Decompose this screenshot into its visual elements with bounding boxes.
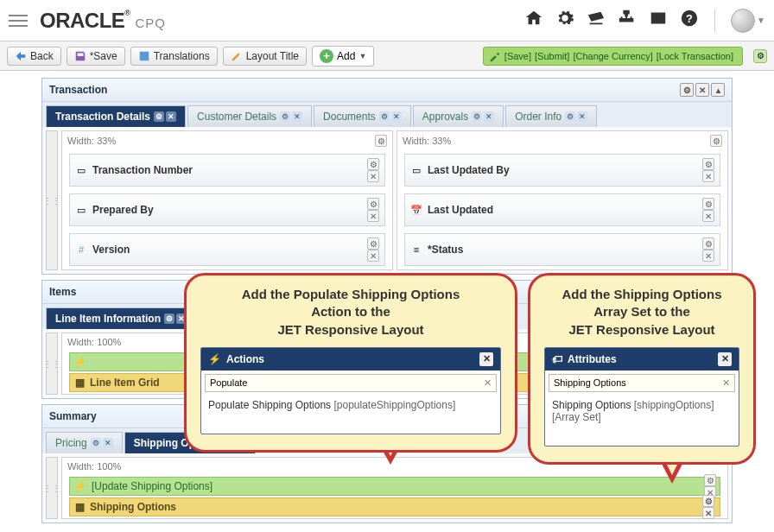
actions-popup: ⚡Actions✕ Populate✕ Populate Shipping Op… bbox=[200, 347, 501, 434]
logo: ORACLE®CPQ bbox=[40, 9, 166, 33]
callout-text: Add the Populate Shipping Options Action… bbox=[200, 286, 501, 339]
update-shipping-action[interactable]: ⚡[Update Shipping Options]⚙✕ bbox=[69, 477, 720, 496]
close-icon[interactable]: ✕ bbox=[479, 352, 493, 366]
callout-attributes: Add the Shipping Options Array Set to th… bbox=[528, 273, 756, 465]
tab-line-item-info[interactable]: Line Item Information⚙✕ bbox=[46, 307, 196, 329]
menu-icon[interactable] bbox=[9, 11, 28, 30]
field-last-updated-by[interactable]: ▭Last Updated By⚙✕ bbox=[404, 154, 720, 187]
popup-title: Attributes bbox=[568, 353, 617, 365]
chain-settings-icon[interactable]: ⚙ bbox=[753, 49, 767, 63]
callout-text: Add the Shipping Options Array Set to th… bbox=[544, 286, 739, 339]
tab-documents[interactable]: Documents⚙✕ bbox=[314, 105, 411, 127]
transaction-header: Transaction ⚙✕▴ bbox=[42, 79, 732, 102]
panel-title: Summary bbox=[49, 410, 97, 422]
attribute-result[interactable]: Shipping Options [shippingOptions][Array… bbox=[545, 396, 739, 427]
home-icon[interactable] bbox=[524, 9, 543, 33]
field-status[interactable]: ≡*Status⚙✕ bbox=[404, 233, 720, 266]
field-transaction-number[interactable]: ▭Transaction Number⚙✕ bbox=[69, 154, 385, 187]
tab-transaction-details[interactable]: Transaction Details⚙✕ bbox=[46, 105, 186, 127]
save-button[interactable]: *Save bbox=[67, 47, 125, 66]
money-icon[interactable] bbox=[587, 9, 606, 33]
drag-handle-icon[interactable]: ⋮⋮ bbox=[46, 332, 58, 395]
action-chain-bar[interactable]: [Save] [Submit] [Change Currency] [Lock … bbox=[483, 47, 743, 66]
attributes-popup: 🏷Attributes✕ Shipping Options✕ Shipping … bbox=[544, 347, 739, 446]
hierarchy-icon[interactable] bbox=[618, 9, 637, 33]
clear-icon[interactable]: ✕ bbox=[722, 377, 730, 389]
panel-title: Items bbox=[49, 286, 76, 298]
translations-button[interactable]: Translations bbox=[130, 47, 218, 66]
separator bbox=[714, 10, 715, 32]
column-right: Width: 33%⚙ ▭Last Updated By⚙✕ 📅Last Upd… bbox=[397, 130, 728, 270]
header-icons: ? ▼ bbox=[524, 9, 765, 33]
tab-customer-details[interactable]: Customer Details⚙✕ bbox=[187, 105, 312, 127]
action-result[interactable]: Populate Shipping Options [populateShipp… bbox=[201, 396, 500, 415]
card-icon[interactable] bbox=[649, 9, 668, 33]
transaction-tabs: Transaction Details⚙✕ Customer Details⚙✕… bbox=[42, 102, 732, 127]
actions-search[interactable]: Populate✕ bbox=[205, 374, 497, 392]
field-prepared-by[interactable]: ▭Prepared By⚙✕ bbox=[69, 193, 385, 226]
transaction-panel: Transaction ⚙✕▴ Transaction Details⚙✕ Cu… bbox=[41, 78, 733, 275]
attributes-search[interactable]: Shipping Options✕ bbox=[549, 374, 735, 392]
drag-handle-icon[interactable]: ⋮⋮ bbox=[46, 457, 58, 519]
transaction-columns: ⋮⋮ Width: 33%⚙ ▭Transaction Number⚙✕ ▭Pr… bbox=[42, 127, 732, 274]
tab-pricing[interactable]: Pricing⚙✕ bbox=[46, 432, 123, 453]
width-label: Width: 100% bbox=[67, 461, 121, 472]
column-left: Width: 33%⚙ ▭Transaction Number⚙✕ ▭Prepa… bbox=[61, 130, 393, 270]
tag-icon: 🏷 bbox=[552, 353, 562, 365]
gear-icon[interactable]: ⚙ bbox=[710, 135, 722, 147]
avatar-icon bbox=[731, 9, 755, 33]
back-button[interactable]: Back bbox=[7, 47, 61, 66]
panel-title: Transaction bbox=[49, 84, 107, 96]
add-button[interactable]: +Add▼ bbox=[312, 46, 374, 66]
caret-down-icon: ▼ bbox=[358, 52, 366, 60]
svg-text:?: ? bbox=[686, 11, 693, 24]
tab-order-info[interactable]: Order Info⚙✕ bbox=[505, 105, 597, 127]
tab-approvals[interactable]: Approvals⚙✕ bbox=[413, 105, 504, 127]
gear-icon[interactable] bbox=[555, 9, 574, 33]
svg-rect-2 bbox=[139, 51, 149, 60]
layout-toolbar: Back *Save Translations Layout Title +Ad… bbox=[0, 41, 774, 71]
plus-icon: + bbox=[320, 49, 333, 63]
lightning-icon: ⚡ bbox=[208, 353, 221, 365]
drag-handle-icon[interactable]: ⋮⋮ bbox=[46, 130, 58, 270]
gear-icon[interactable]: ⚙ bbox=[680, 83, 694, 97]
shipping-options-attr[interactable]: ▦Shipping Options⚙✕ bbox=[69, 497, 720, 516]
help-icon[interactable]: ? bbox=[680, 9, 699, 33]
popup-title: Actions bbox=[226, 353, 264, 365]
close-icon[interactable]: ✕ bbox=[718, 352, 732, 366]
close-icon[interactable]: ✕ bbox=[695, 83, 709, 97]
field-last-updated[interactable]: 📅Last Updated⚙✕ bbox=[404, 193, 720, 226]
field-version[interactable]: #Version⚙✕ bbox=[69, 233, 385, 266]
callout-actions: Add the Populate Shipping Options Action… bbox=[184, 273, 517, 453]
gear-icon[interactable]: ⚙ bbox=[375, 135, 387, 147]
width-label: Width: 33% bbox=[67, 136, 116, 146]
width-label: Width: 33% bbox=[403, 136, 451, 146]
app-header: ORACLE®CPQ ? ▼ bbox=[0, 0, 774, 41]
user-menu[interactable]: ▼ bbox=[731, 9, 765, 33]
clear-icon[interactable]: ✕ bbox=[484, 377, 492, 389]
collapse-icon[interactable]: ▴ bbox=[711, 83, 725, 97]
width-label: Width: 100% bbox=[67, 337, 121, 347]
layout-title-button[interactable]: Layout Title bbox=[223, 47, 307, 66]
